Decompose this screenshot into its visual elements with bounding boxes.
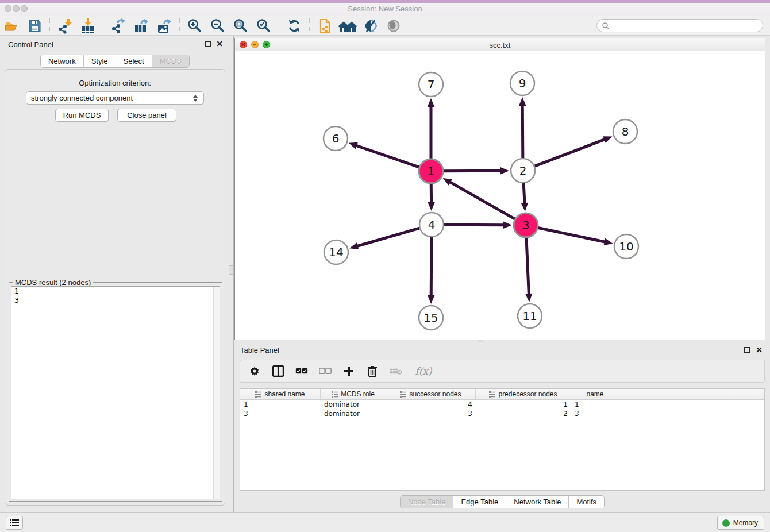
mcds-result-textarea[interactable]: 1 3 [11,286,220,499]
control-panel-header: Control Panel ✕ [0,36,230,53]
graph-node-label: 2 [519,164,527,178]
export-table-icon[interactable] [132,18,151,34]
mcds-result-group: MCDS result (2 nodes) 1 3 [9,282,222,502]
graph-edge-2-3[interactable] [523,183,525,205]
column-header-mcds-role[interactable]: MCDS role [321,389,386,399]
graph-node-10[interactable]: 10 [614,234,638,259]
cell-name: 1 [571,400,619,409]
float-table-panel-icon[interactable] [744,347,750,353]
network-window-title: scc.txt [235,41,765,49]
export-network-icon[interactable] [109,18,128,34]
graph-edge-2-9[interactable] [522,104,523,158]
result-line: 3 [11,296,220,305]
graph-node-14[interactable]: 14 [324,240,348,264]
table-row[interactable]: 1 dominator 4 1 1 [240,400,764,409]
close-table-panel-icon[interactable]: ✕ [756,345,763,354]
graph-node-15[interactable]: 15 [419,306,443,330]
network-canvas[interactable]: 7968124314101511 [235,51,765,340]
vertical-splitter-handle[interactable] [229,265,233,275]
zoom-selected-icon[interactable] [254,18,274,34]
graph-node-4[interactable]: 4 [419,213,444,237]
graph-edge-arrowhead [603,136,612,143]
graph-edge-4-3[interactable] [444,225,505,225]
graph-edge-3-11[interactable] [526,238,529,295]
graph-node-1[interactable]: 1 [419,159,443,183]
graph-node-6[interactable]: 6 [324,126,348,151]
graph-node-3[interactable]: 3 [514,213,538,237]
search-input[interactable] [613,22,756,30]
graph-node-label: 6 [332,132,340,145]
optimization-criterion-label: Optimization criterion: [5,79,225,87]
run-mcds-button[interactable]: Run MCDS [55,109,109,122]
zoom-fit-icon[interactable] [231,18,251,34]
network-window-titlebar[interactable]: ✕ − + scc.txt [235,38,765,51]
table-row[interactable]: 3 dominator 3 2 3 [240,409,764,418]
graph-edge-arrowhead [428,202,434,211]
graph-edge-4-15[interactable] [431,237,432,297]
graph-node-8[interactable]: 8 [613,119,637,144]
titlebar-accent-strip [0,0,770,3]
search-field[interactable] [596,19,763,32]
zoom-in-icon[interactable] [185,18,205,34]
graph-node-11[interactable]: 11 [518,304,542,328]
tab-network-table[interactable]: Network Table [506,496,568,508]
close-panel-button[interactable]: Close panel [117,109,176,122]
table-settings-icon[interactable] [248,365,261,377]
delete-column-icon[interactable] [366,365,379,377]
unselect-all-icon[interactable] [319,365,332,377]
import-network-icon[interactable] [55,18,75,34]
column-header-shared-name[interactable]: shared name [240,389,321,399]
refresh-layout-icon[interactable] [284,18,304,34]
clone-network-icon[interactable] [315,18,334,34]
tab-style[interactable]: Style [83,55,116,67]
zoom-out-icon[interactable] [208,18,228,34]
column-header-predecessor-nodes[interactable]: predecessor nodes [476,389,571,399]
graph-edge-1-2[interactable] [444,171,502,171]
add-column-icon[interactable] [342,365,355,377]
graph-edge-arrowhead [428,98,434,107]
show-graphics-details-icon[interactable] [384,18,403,34]
result-scrollbar[interactable] [213,287,220,499]
hide-graphics-details-icon[interactable] [361,18,380,34]
tab-mcds[interactable]: MCDS [152,55,189,67]
tab-select[interactable]: Select [116,55,152,67]
graph-edge-2-8[interactable] [535,139,606,166]
column-header-successor-nodes[interactable]: successor nodes [386,389,476,399]
graph-node-label: 8 [622,125,629,138]
tab-motifs[interactable]: Motifs [568,496,604,508]
graph-node-label: 3 [522,218,530,232]
close-panel-icon[interactable]: ✕ [216,39,223,48]
delete-table-icon[interactable] [390,365,402,377]
node-table[interactable]: shared name MCDS role successor nodes pr… [240,388,765,491]
split-view-icon[interactable] [272,365,284,377]
float-panel-icon[interactable] [205,41,211,47]
save-session-icon[interactable] [25,18,44,34]
column-header-name[interactable]: name [571,389,619,399]
graph-edge-3-1[interactable] [449,182,515,219]
graph-edge-4-14[interactable] [356,228,419,246]
graph-node-2[interactable]: 2 [511,159,535,183]
tab-network[interactable]: Network [41,55,83,67]
memory-button[interactable]: Memory [717,516,764,530]
graph-edge-arrowhead [500,167,509,174]
function-builder-icon[interactable]: f(x) [413,365,434,377]
graph-node-label: 10 [619,240,633,253]
open-session-icon[interactable] [2,18,21,34]
tab-node-table[interactable]: Node Table [401,496,453,508]
home-icon[interactable] [338,18,357,34]
optimization-criterion-select[interactable]: strongly connected component [26,91,204,105]
graph-node-7[interactable]: 7 [419,72,443,97]
optimization-criterion-value: strongly connected component [31,94,193,102]
vertical-splitter[interactable] [233,36,234,512]
graph-node-9[interactable]: 9 [510,71,534,95]
import-table-icon[interactable] [78,18,98,34]
graph-edge-arrowhead [604,238,613,245]
graph-node-label: 15 [424,311,438,325]
select-all-icon[interactable] [295,365,308,377]
toolbar-separator [103,18,103,33]
task-history-button[interactable] [6,516,23,530]
graph-edge-3-10[interactable] [538,228,606,242]
graph-edge-1-6[interactable] [355,145,419,167]
export-image-icon[interactable] [155,18,174,34]
tab-edge-table[interactable]: Edge Table [453,496,506,508]
